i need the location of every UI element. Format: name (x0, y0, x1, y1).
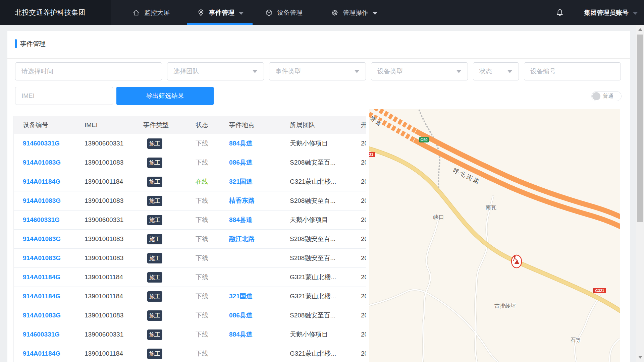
scrollbar-thumb[interactable] (637, 35, 643, 222)
scrollbar-up-arrow[interactable] (638, 28, 642, 31)
imei-value: 13900600331 (85, 325, 140, 344)
device-id-link[interactable]: 914A01083G (23, 153, 82, 172)
status-text: 下线 (196, 210, 226, 229)
team-name: 天鹅小修项目 (290, 325, 359, 344)
imei-value: 13900600331 (85, 210, 140, 229)
nav-item-admin-operations[interactable]: 管理操作 (331, 0, 378, 25)
event-place-link[interactable]: 桔香东路 (229, 191, 287, 210)
chevron-down-icon (372, 12, 378, 15)
event-type-cell: 施工 (143, 134, 187, 153)
col-header-team: 所属团队 (290, 116, 359, 134)
account-name: 集团管理员账号 (584, 8, 629, 17)
team-name: 天鹅小修项目 (290, 134, 359, 153)
team-name: G321蒙山北楼... (290, 172, 359, 191)
chevron-down-icon (354, 70, 360, 73)
map-canvas[interactable] (369, 109, 620, 362)
nav-item-label: 管理操作 (343, 8, 368, 17)
imei-value: 13900600331 (85, 134, 140, 153)
imei-value: 13901001083 (85, 153, 140, 172)
event-place-link[interactable]: 884县道 (229, 134, 287, 153)
table-row: 914A01083G 13901001083 施工 下线 086县道 S208融… (14, 153, 366, 172)
event-place-link[interactable]: 086县道 (229, 153, 287, 172)
event-type-badge: 施工 (147, 158, 162, 168)
toggle-label: 普通 (603, 93, 613, 100)
device-id-link[interactable]: 914A01184G (23, 172, 82, 191)
account-menu[interactable]: 集团管理员账号 (584, 0, 638, 25)
table-header: 设备编号 IMEI 事件类型 状态 事件地点 所属团队 开 (14, 116, 366, 134)
imei-field (15, 87, 113, 105)
event-type-select[interactable]: 事件类型 (269, 62, 366, 80)
device-id-link[interactable]: 914A01083G (23, 249, 82, 267)
event-type-cell: 施工 (143, 344, 187, 362)
nav-item-device-management[interactable]: 设备管理 (265, 0, 303, 25)
event-type-cell: 施工 (143, 325, 187, 344)
status-text: 下线 (196, 249, 226, 267)
status-text: 下线 (196, 287, 226, 306)
nav-item-monitor-screen[interactable]: 监控大屏 (132, 0, 170, 25)
event-type-cell: 施工 (143, 306, 187, 325)
export-results-button[interactable]: 导出筛选结果 (116, 87, 214, 105)
top-navbar: 北投交通养护科技集团 监控大屏 事件管理 设备管理 (0, 0, 644, 25)
nav-item-label: 监控大屏 (144, 8, 170, 17)
device-id-link[interactable]: 914A01184G (23, 287, 82, 306)
construction-event-marker (512, 255, 522, 268)
notification-bell-icon[interactable] (555, 0, 565, 25)
event-place-link[interactable]: 321国道 (229, 287, 287, 306)
chevron-down-icon (507, 70, 513, 73)
col-header-start: 开 (361, 116, 366, 134)
start-time: 20 (361, 268, 366, 287)
status-select[interactable]: 状态 (473, 62, 519, 80)
scrollbar-down-arrow[interactable] (638, 356, 642, 359)
time-range-input[interactable] (15, 63, 162, 80)
imei-value: 13901001184 (85, 268, 140, 287)
device-id-link[interactable]: 914A01083G (23, 191, 82, 210)
event-place-link[interactable]: 884县道 (229, 210, 287, 229)
title-accent-bar (15, 39, 17, 48)
event-type-badge: 施工 (147, 177, 162, 187)
team-name: 天鹅小修项目 (290, 210, 359, 229)
event-place-link[interactable]: 321国道 (229, 172, 287, 191)
nav-item-label: 设备管理 (277, 8, 303, 17)
event-type-badge: 施工 (147, 234, 162, 244)
status-text: 下线 (196, 268, 226, 287)
status-text: 在线 (196, 172, 226, 191)
start-time: 20 (361, 325, 366, 344)
start-time: 20 (361, 153, 366, 172)
device-id-link[interactable]: 914600331G (23, 325, 82, 344)
team-name: S208融安至百... (290, 249, 359, 267)
table-row: 914600331G 13900600331 施工 下线 884县道 天鹅小修项… (14, 134, 366, 153)
team-select-placeholder: 选择团队 (173, 67, 199, 76)
device-id-link[interactable]: 914A01184G (23, 344, 82, 362)
nav-item-event-management[interactable]: 事件管理 (187, 0, 253, 25)
start-time: 20 (361, 306, 366, 325)
event-type-cell: 施工 (143, 191, 187, 210)
event-place-link[interactable]: 融江北路 (229, 230, 287, 248)
device-id-link[interactable]: 914600331G (23, 134, 82, 153)
imei-value: 13901001083 (85, 306, 140, 325)
status-text: 下线 (196, 230, 226, 248)
event-type-cell: 施工 (143, 287, 187, 306)
chevron-down-icon (456, 70, 462, 73)
team-name: S208融安至百... (290, 153, 359, 172)
start-time: 20 (361, 210, 366, 229)
device-type-select[interactable]: 设备类型 (371, 62, 468, 80)
map-mode-toggle[interactable]: 普通 (591, 91, 622, 101)
device-no-field (524, 62, 621, 80)
team-name: G321蒙山北楼... (290, 344, 359, 362)
device-no-input[interactable] (524, 63, 621, 80)
table-row: 914A01184G 13901001184 施工 下线 321国道 G321蒙… (14, 287, 366, 306)
event-place-link[interactable]: 884县道 (229, 325, 287, 344)
event-type-badge: 施工 (147, 253, 162, 263)
event-place-link[interactable]: 086县道 (229, 306, 287, 325)
col-header-place: 事件地点 (229, 116, 287, 134)
device-id-link[interactable]: 914600331G (23, 210, 82, 229)
device-id-link[interactable]: 914A01083G (23, 230, 82, 248)
imei-input[interactable] (15, 87, 113, 105)
device-id-link[interactable]: 914A01083G (23, 306, 82, 325)
device-type-placeholder: 设备类型 (377, 67, 403, 76)
team-select[interactable]: 选择团队 (167, 62, 264, 80)
event-type-badge: 施工 (147, 272, 162, 283)
device-id-link[interactable]: 914A01184G (23, 268, 82, 287)
chevron-down-icon (252, 70, 258, 73)
event-type-badge: 施工 (147, 349, 162, 359)
